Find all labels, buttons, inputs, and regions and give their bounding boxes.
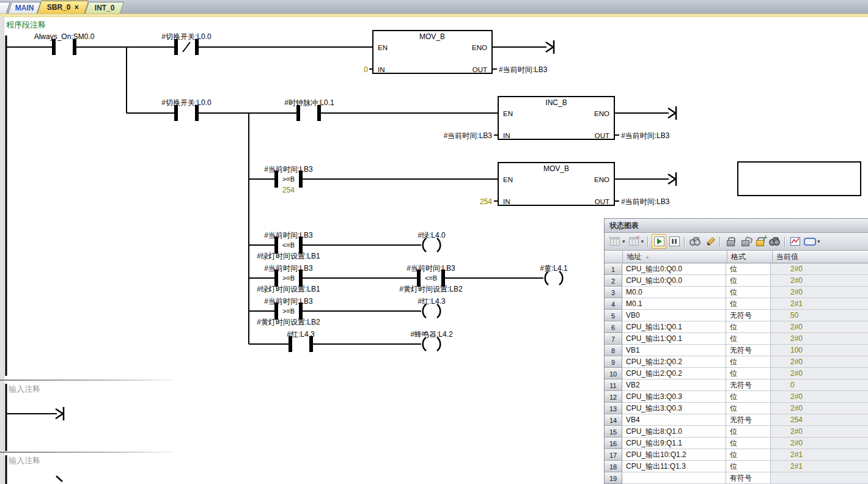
cell-val[interactable]: 50 — [771, 310, 868, 321]
cell-addr[interactable]: CPU_输出1:Q0.1 — [622, 333, 726, 345]
cell-addr[interactable]: VB0 — [622, 310, 726, 321]
read-all-button[interactable] — [688, 235, 702, 248]
table-row[interactable]: 5VB0无符号50 — [605, 310, 868, 321]
compare-op[interactable]: >=B — [282, 274, 295, 282]
table-row[interactable]: 12CPU_输出3:Q0.3位2#0 — [605, 391, 868, 403]
operand-label[interactable]: #切换开关:L0.0 — [161, 32, 211, 41]
header-value[interactable]: 当前值 — [773, 251, 868, 263]
contact-bar[interactable] — [73, 40, 76, 54]
table-row[interactable]: 18CPU_输出11:Q1.3位2#1 — [605, 461, 868, 472]
unforce-button[interactable] — [738, 235, 752, 248]
cell-addr[interactable] — [622, 472, 726, 484]
cell-fmt[interactable]: 位 — [726, 438, 771, 449]
compare-op[interactable]: >=B — [282, 307, 295, 315]
cell-val[interactable]: 2#0 — [771, 426, 868, 438]
table-row[interactable]: 17CPU_输出10:Q1.2位2#1 — [605, 449, 868, 461]
cell-val[interactable]: 2#0 — [771, 356, 868, 368]
cell-val[interactable] — [771, 472, 868, 484]
table-row[interactable]: 14VB4无符号254 — [605, 414, 868, 426]
box-title[interactable]: MOV_B — [543, 164, 569, 173]
table-row[interactable]: 7CPU_输出1:Q0.1位2#0 — [605, 333, 868, 345]
compare-op[interactable]: <=B — [282, 241, 295, 249]
cell-fmt[interactable]: 位 — [726, 391, 771, 403]
cell-fmt[interactable]: 无符号 — [726, 380, 771, 391]
cell-fmt[interactable]: 位 — [726, 461, 771, 472]
table-row[interactable]: 11VB2无符号0 — [605, 380, 868, 391]
contact-bar[interactable] — [289, 337, 292, 351]
cell-addr[interactable]: CPU_输出10:Q1.2 — [622, 449, 726, 461]
table-row[interactable]: 8VB1无符号100 — [605, 345, 868, 356]
cell-val[interactable]: 254 — [771, 414, 868, 426]
table-row[interactable]: 4M0.1位2#1 — [605, 298, 868, 310]
operand-label[interactable]: #当前时间:LB3 — [264, 231, 313, 240]
contact-bar[interactable] — [175, 106, 177, 120]
operand-label[interactable]: #切换开关:L0.0 — [161, 98, 211, 107]
cell-num[interactable]: 18 — [605, 461, 622, 472]
force-new-button[interactable]: + — [753, 235, 767, 248]
cell-num[interactable]: 11 — [605, 380, 622, 391]
operand-label[interactable]: #绿灯时间设置:LB1 — [257, 252, 320, 260]
cell-addr[interactable]: CPU_输出0:Q0.0 — [622, 275, 726, 287]
cell-num[interactable]: 16 — [605, 438, 622, 449]
table-row[interactable]: 9CPU_输出2:Q0.2位2#0 — [605, 356, 868, 368]
cell-addr[interactable]: CPU_输出11:Q1.3 — [622, 461, 726, 472]
cell-addr[interactable]: VB1 — [622, 345, 726, 356]
operand-label[interactable]: #当前时间:LB3 — [264, 165, 313, 174]
contact-bar[interactable] — [310, 337, 312, 351]
coil-buzzer[interactable] — [423, 337, 441, 351]
cell-fmt[interactable]: 位 — [726, 263, 771, 275]
table-row[interactable]: 6CPU_输出1:Q0.1位2#0 — [605, 321, 868, 333]
operand-label[interactable]: #当前时间:LB3 — [264, 264, 313, 273]
operand-label[interactable]: #当前时间:LB3 — [444, 131, 493, 140]
cell-addr[interactable]: VB2 — [622, 380, 726, 391]
nc-contact-bar[interactable] — [196, 40, 198, 54]
cell-num[interactable]: 7 — [605, 333, 622, 345]
cell-fmt[interactable]: 位 — [726, 356, 771, 368]
operand-label[interactable]: #时钟脉冲:L0.1 — [284, 98, 334, 107]
coil-label[interactable]: #绿:L4.0 — [417, 231, 446, 240]
table-row[interactable]: 19有符号 — [605, 472, 868, 484]
cell-fmt[interactable]: 有符号 — [726, 472, 771, 484]
table-row[interactable]: 1CPU_输出0:Q0.0位2#0 — [605, 263, 868, 275]
cell-fmt[interactable]: 位 — [726, 298, 771, 310]
cell-fmt[interactable]: 位 — [726, 368, 771, 380]
pin-value[interactable]: 254 — [480, 197, 492, 206]
header-address[interactable]: 地址 ▲ — [623, 251, 727, 263]
header-format[interactable]: 格式 — [727, 251, 773, 263]
delete-chart-button[interactable]: ✕ — [627, 235, 641, 248]
nc-contact-bar[interactable] — [175, 40, 177, 54]
pin-value[interactable]: 0 — [364, 65, 368, 74]
compare-op[interactable]: <=B — [425, 274, 437, 282]
operand-label[interactable]: #当前时间:LB3 — [406, 264, 455, 273]
cell-val[interactable]: 2#0 — [771, 321, 868, 333]
cell-num[interactable]: 9 — [605, 356, 622, 368]
tab-sbr0[interactable]: SBR_0 × — [37, 1, 89, 13]
cell-val[interactable]: 100 — [771, 345, 868, 356]
coil-label[interactable]: #黄:L4.1 — [540, 264, 568, 273]
box-title[interactable]: INC_B — [545, 98, 567, 107]
table-row[interactable]: 10CPU_输出2:Q0.2位2#0 — [605, 368, 868, 380]
cell-val[interactable]: 0 — [771, 380, 868, 391]
cell-addr[interactable]: VB4 — [622, 414, 726, 426]
cell-num[interactable]: 3 — [605, 287, 622, 298]
operand-label[interactable]: #绿灯时间设置:LB1 — [257, 285, 320, 293]
empty-box[interactable] — [738, 162, 861, 196]
cell-val[interactable]: 2#0 — [771, 263, 868, 275]
cell-fmt[interactable]: 位 — [726, 449, 771, 461]
coil-label[interactable]: #蜂鸣器:L4.2 — [410, 330, 453, 339]
new-chart-dropdown-icon[interactable]: ▾ — [622, 238, 625, 244]
cell-addr[interactable]: M0.1 — [622, 298, 726, 310]
cell-num[interactable]: 14 — [605, 414, 622, 426]
cell-addr[interactable]: CPU_输出0:Q0.0 — [622, 263, 726, 275]
contact-bar[interactable] — [318, 106, 320, 120]
box-title[interactable]: MOV_B — [419, 32, 445, 41]
coil-red[interactable] — [423, 304, 441, 318]
cell-fmt[interactable]: 无符号 — [726, 310, 771, 321]
tab-close-icon[interactable]: × — [75, 3, 79, 12]
delete-chart-dropdown-icon[interactable]: ▾ — [641, 238, 644, 244]
coil-green[interactable] — [423, 238, 441, 252]
cell-addr[interactable]: CPU_输出2:Q0.2 — [622, 368, 726, 380]
tag-dropdown-icon[interactable]: ▾ — [817, 238, 820, 244]
trend-view-button[interactable] — [789, 235, 802, 248]
table-row[interactable]: 3M0.0位2#0 — [605, 287, 868, 298]
